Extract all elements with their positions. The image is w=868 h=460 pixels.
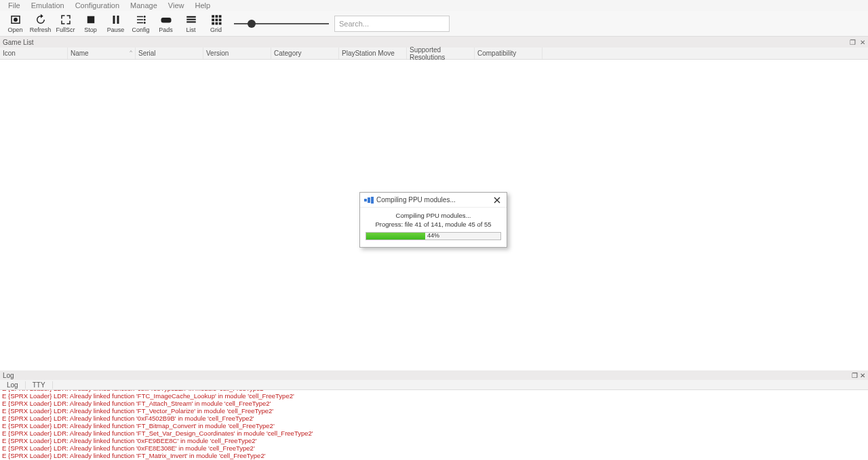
column-playstation-move[interactable]: PlayStation Move <box>339 47 407 59</box>
svg-rect-16 <box>212 22 214 25</box>
dialog-progress-text: Progress: file 41 of 141, module 45 of 5… <box>366 221 501 228</box>
log-line: E {SPRX Loader} LDR: Already linked func… <box>2 407 866 415</box>
close-icon[interactable]: ✕ <box>860 372 865 379</box>
svg-rect-7 <box>186 16 196 18</box>
menu-view[interactable]: View <box>163 1 190 9</box>
menu-file[interactable]: File <box>3 1 26 9</box>
log-line: E {SPRX Loader} LDR: Already linked func… <box>2 437 866 444</box>
compiling-dialog: Compiling PPU modules... Compiling PPU m… <box>359 192 507 248</box>
menu-bar: FileEmulationConfigurationManageViewHelp <box>0 0 868 11</box>
menu-emulation[interactable]: Emulation <box>26 1 70 9</box>
pause-button[interactable]: Pause <box>103 12 128 36</box>
svg-point-4 <box>143 16 145 18</box>
config-button[interactable]: Config <box>128 12 153 36</box>
config-icon <box>135 14 147 26</box>
log-body[interactable]: E {SPRX Loader} LDR: Already linked func… <box>0 389 868 460</box>
svg-point-5 <box>143 19 145 21</box>
grid-button[interactable]: Grid <box>203 12 229 36</box>
toolbar: OpenRefreshFullScrStopPauseConfigPadsLis… <box>0 11 868 37</box>
log-line: E {SPRX Loader} LDR: Already linked func… <box>2 452 866 459</box>
open-button[interactable]: Open <box>3 12 28 36</box>
column-version[interactable]: Version <box>203 47 271 59</box>
svg-point-6 <box>143 22 145 24</box>
svg-rect-19 <box>364 199 367 202</box>
svg-rect-8 <box>186 19 196 20</box>
svg-rect-10 <box>212 15 214 18</box>
column-supported-resolutions[interactable]: Supported Resolutions <box>407 47 475 59</box>
menu-help[interactable]: Help <box>190 1 216 9</box>
menu-manage[interactable]: Manage <box>125 1 163 9</box>
search-placeholder: Search... <box>339 20 369 28</box>
fullscr-button[interactable]: FullScr <box>53 12 78 36</box>
log-tab-log[interactable]: Log <box>0 381 26 389</box>
svg-rect-17 <box>215 22 218 25</box>
svg-point-0 <box>14 18 18 22</box>
restore-icon[interactable]: ❐ <box>850 39 856 46</box>
progress-bar: 44% <box>366 232 501 240</box>
svg-rect-21 <box>371 197 374 204</box>
dialog-title: Compiling PPU modules... <box>376 196 492 204</box>
svg-rect-18 <box>218 22 221 25</box>
app-icon <box>364 197 374 204</box>
dialog-titlebar: Compiling PPU modules... <box>360 193 507 208</box>
column-serial[interactable]: Serial <box>136 47 203 59</box>
icon-size-slider[interactable] <box>234 23 329 24</box>
stop-icon <box>85 14 97 26</box>
log-line: E {SPRX Loader} LDR: Already linked func… <box>2 400 866 407</box>
dialog-close-button[interactable] <box>492 195 502 206</box>
pads-icon <box>160 14 172 26</box>
svg-rect-15 <box>218 19 221 22</box>
log-tabs: LogTTY <box>0 380 868 389</box>
search-input[interactable]: Search... <box>334 16 450 32</box>
dialog-message: Compiling PPU modules... <box>366 212 501 219</box>
pause-icon <box>110 14 122 26</box>
column-icon[interactable]: Icon <box>0 47 68 59</box>
log-panel-title: Log ❐ ✕ <box>0 370 868 380</box>
progress-percent: 44% <box>366 232 500 239</box>
menu-configuration[interactable]: Configuration <box>70 1 125 9</box>
log-tab-tty[interactable]: TTY <box>26 381 53 389</box>
refresh-icon <box>35 14 47 26</box>
grid-icon <box>210 14 222 26</box>
column-category[interactable]: Category <box>271 47 339 59</box>
list-button[interactable]: List <box>178 12 203 36</box>
svg-rect-14 <box>215 19 218 22</box>
log-line: E {SPRX Loader} LDR: Already linked func… <box>2 429 866 437</box>
column-compatibility[interactable]: Compatibility <box>475 47 542 59</box>
svg-rect-13 <box>212 19 214 22</box>
restore-icon[interactable]: ❐ <box>852 372 858 379</box>
svg-rect-11 <box>215 15 218 18</box>
svg-rect-3 <box>117 16 119 24</box>
svg-rect-12 <box>218 15 221 18</box>
list-icon <box>185 14 197 26</box>
fullscr-icon <box>60 14 72 26</box>
svg-rect-2 <box>113 16 115 24</box>
column-name[interactable]: Name^ <box>68 47 136 59</box>
log-line: E {SPRX Loader} LDR: Already linked func… <box>2 415 866 422</box>
close-icon[interactable]: ✕ <box>860 39 865 46</box>
open-icon <box>9 14 22 26</box>
svg-rect-9 <box>186 21 196 22</box>
log-line: E {SPRX Loader} LDR: Already linked func… <box>2 392 866 400</box>
gamelist-columns: IconName^SerialVersionCategoryPlayStatio… <box>0 47 868 60</box>
svg-rect-1 <box>87 16 94 24</box>
log-line: E {SPRX Loader} LDR: Already linked func… <box>2 422 866 429</box>
pads-button[interactable]: Pads <box>153 12 178 36</box>
stop-button[interactable]: Stop <box>78 12 103 36</box>
log-line: E {SPRX Loader} LDR: Already linked func… <box>2 444 866 452</box>
refresh-button[interactable]: Refresh <box>28 12 53 36</box>
svg-rect-20 <box>368 197 370 203</box>
